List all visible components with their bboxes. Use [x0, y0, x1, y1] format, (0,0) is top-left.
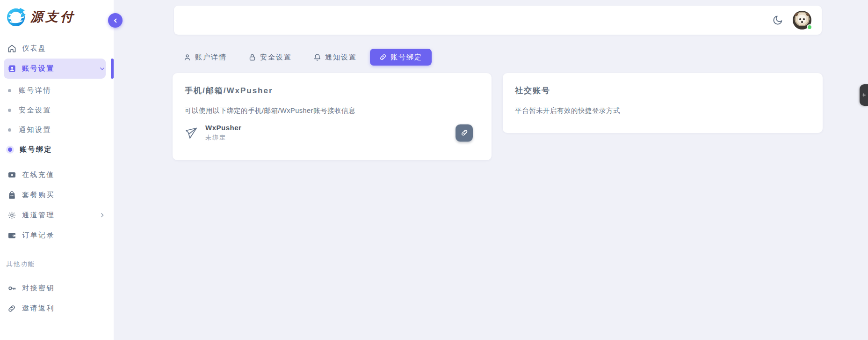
sidebar-subitem-label: 账号详情 — [19, 86, 51, 95]
sidebar-item-label: 订单记录 — [22, 231, 55, 240]
tab-label: 账号绑定 — [391, 53, 422, 62]
tab-account-binding[interactable]: 账号绑定 — [370, 49, 432, 66]
nav-spacer — [0, 159, 114, 165]
sidebar: 源支付 仪表盘 账号设置 — [0, 0, 114, 340]
globe-logo-icon — [6, 6, 28, 28]
bind-wxpusher-button[interactable] — [456, 124, 473, 141]
sidebar-item-label: 仪表盘 — [22, 44, 47, 53]
key-icon — [7, 284, 16, 293]
sidebar-item-label: 邀请返利 — [22, 304, 55, 313]
social-card-description: 平台暂未开启有效的快捷登录方式 — [515, 106, 810, 115]
sidebar-item-dashboard[interactable]: 仪表盘 — [0, 38, 114, 59]
home-icon — [7, 44, 16, 53]
link-icon — [7, 304, 16, 313]
sidebar-item-invite-rebate[interactable]: 邀请返利 — [0, 298, 114, 318]
binding-info: WxPusher 未绑定 — [205, 124, 241, 142]
sidebar-nav: 仪表盘 账号设置 账号详情 安全设 — [0, 34, 114, 318]
banknote-icon — [7, 170, 16, 180]
gear-icon — [861, 93, 866, 97]
account-settings-submenu: 账号详情 安全设置 通知设置 账号绑定 — [0, 81, 114, 159]
social-card-title: 社交账号 — [515, 85, 810, 96]
sidebar-item-order-records[interactable]: 订单记录 — [0, 225, 114, 245]
binding-card-description: 可以使用以下绑定的手机/邮箱/WxPusher账号接收信息 — [185, 106, 479, 115]
sidebar-item-online-recharge[interactable]: 在线充值 — [0, 165, 114, 185]
shopping-bag-icon — [7, 191, 16, 200]
active-item-background — [4, 59, 106, 79]
wallet-icon — [7, 231, 16, 240]
link-icon — [379, 53, 387, 61]
sidebar-collapse-button[interactable] — [108, 13, 123, 28]
active-indicator-bar — [111, 59, 114, 79]
bullet-dot-icon — [8, 109, 11, 112]
topbar — [174, 6, 822, 35]
sidebar-item-label: 对接密钥 — [22, 284, 55, 293]
sidebar-item-label: 通道管理 — [22, 211, 55, 220]
sidebar-item-api-keys[interactable]: 对接密钥 — [0, 278, 114, 298]
binding-card-title: 手机/邮箱/WxPusher — [185, 85, 479, 96]
sidebar-subitem-account-binding[interactable]: 账号绑定 — [0, 140, 114, 159]
binding-row-wxpusher: WxPusher 未绑定 — [185, 124, 479, 142]
tab-label: 账户详情 — [195, 53, 227, 62]
sidebar-item-account-settings[interactable]: 账号设置 — [0, 59, 114, 79]
sidebar-subitem-label: 通知设置 — [19, 126, 51, 134]
tab-label: 安全设置 — [260, 53, 292, 62]
sidebar-subitem-account-details[interactable]: 账号详情 — [0, 81, 114, 100]
bullet-dot-icon — [8, 89, 11, 92]
bell-icon — [313, 53, 321, 61]
sidebar-item-channel-management[interactable]: 通道管理 — [0, 205, 114, 225]
sidebar-item-package-purchase[interactable]: 套餐购买 — [0, 185, 114, 205]
sidebar-item-label: 账号设置 — [22, 64, 55, 73]
app-root: 源支付 仪表盘 账号设置 — [0, 0, 868, 340]
sidebar-section-other-functions: 其他功能 — [0, 258, 114, 271]
active-bullet-dot-icon — [8, 148, 12, 152]
tab-account-details[interactable]: 账户详情 — [183, 53, 227, 62]
id-badge-icon — [7, 64, 16, 74]
lock-icon — [248, 53, 256, 61]
gear-icon — [7, 211, 16, 220]
wxpusher-icon — [185, 126, 198, 140]
brand-logo[interactable]: 源支付 — [0, 0, 114, 34]
moon-icon — [772, 15, 783, 26]
person-icon — [183, 53, 191, 61]
sidebar-subitem-label: 账号绑定 — [20, 145, 52, 154]
user-avatar[interactable] — [793, 11, 811, 30]
tab-security-settings[interactable]: 安全设置 — [248, 53, 292, 62]
bullet-dot-icon — [8, 128, 11, 132]
chevron-left-icon — [112, 17, 119, 24]
settings-drawer-tab[interactable] — [860, 84, 868, 106]
link-icon — [461, 129, 468, 137]
theme-toggle-button[interactable] — [771, 14, 784, 27]
online-status-dot — [807, 24, 812, 30]
binding-service-name: WxPusher — [205, 124, 241, 132]
sidebar-item-label: 在线充值 — [22, 170, 55, 179]
binding-status: 未绑定 — [205, 133, 241, 142]
sidebar-subitem-notification-settings[interactable]: 通知设置 — [0, 120, 114, 140]
social-accounts-card: 社交账号 平台暂未开启有效的快捷登录方式 — [503, 73, 823, 133]
brand-name: 源支付 — [30, 8, 75, 25]
tab-notification-settings[interactable]: 通知设置 — [313, 53, 357, 62]
sidebar-subitem-security-settings[interactable]: 安全设置 — [0, 100, 114, 120]
sidebar-item-label: 套餐购买 — [22, 191, 55, 200]
chevron-right-icon — [99, 212, 105, 218]
tab-label: 通知设置 — [325, 53, 357, 62]
sidebar-subitem-label: 安全设置 — [19, 106, 51, 115]
binding-card: 手机/邮箱/WxPusher 可以使用以下绑定的手机/邮箱/WxPusher账号… — [173, 73, 492, 160]
chevron-down-icon — [99, 66, 105, 72]
settings-tabs: 账户详情 安全设置 通知设置 账号绑定 — [183, 49, 432, 66]
